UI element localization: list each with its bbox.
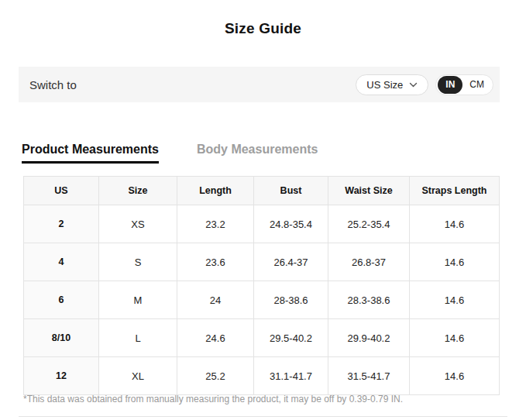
- measurement-tabs: Product Measurements Body Measurements: [22, 143, 318, 164]
- table-cell: 14.6: [410, 205, 500, 243]
- table-cell: 14.6: [410, 281, 500, 319]
- table-cell: 28-38.6: [254, 281, 328, 319]
- switch-bar: Switch to US Size IN CM: [19, 67, 500, 102]
- table-cell: 23.2: [177, 205, 254, 243]
- switch-to-label: Switch to: [29, 78, 77, 91]
- table-row: 4S23.626.4-3726.8-3714.6: [24, 243, 500, 281]
- table-cell: 26.4-37: [254, 243, 328, 281]
- table-cell: 14.6: [410, 357, 500, 395]
- table-row: 2XS23.224.8-35.425.2-35.414.6: [24, 205, 500, 243]
- table-cell: L: [99, 319, 177, 357]
- column-header: Waist Size: [328, 177, 410, 205]
- table-cell: 31.1-41.7: [254, 357, 328, 395]
- table-cell: 8/10: [24, 319, 99, 357]
- table-row: 8/10L24.629.5-40.229.9-40.214.6: [24, 319, 500, 357]
- table-cell: 6: [24, 281, 99, 319]
- table-cell: 29.9-40.2: [328, 319, 410, 357]
- chevron-down-icon: [409, 82, 418, 88]
- tab-body-measurements[interactable]: Body Measurements: [197, 143, 318, 157]
- size-table: USSizeLengthBustWaist SizeStraps Length …: [23, 176, 500, 395]
- unit-option-cm[interactable]: CM: [462, 79, 491, 90]
- table-cell: 12: [24, 357, 99, 395]
- table-cell: XS: [99, 205, 177, 243]
- table-cell: 26.8-37: [328, 243, 410, 281]
- table-cell: 4: [24, 243, 99, 281]
- table-row: 12XL25.231.1-41.731.5-41.714.6: [24, 357, 500, 395]
- table-cell: XL: [99, 357, 177, 395]
- bottom-divider: [19, 416, 507, 417]
- table-cell: 31.5-41.7: [328, 357, 410, 395]
- column-header: Size: [99, 177, 177, 205]
- table-row: 6M2428-38.628.3-38.614.6: [24, 281, 500, 319]
- unit-option-in[interactable]: IN: [438, 76, 462, 94]
- column-header: Straps Length: [410, 177, 500, 205]
- table-cell: 24.6: [177, 319, 254, 357]
- table-cell: 14.6: [410, 243, 500, 281]
- size-system-dropdown[interactable]: US Size: [356, 74, 428, 95]
- column-header: Length: [177, 177, 254, 205]
- switch-controls: US Size IN CM: [356, 74, 493, 95]
- column-header: Bust: [254, 177, 328, 205]
- size-system-selected-value: US Size: [366, 79, 403, 91]
- page-title: Size Guide: [0, 20, 526, 37]
- table-cell: 25.2: [177, 357, 254, 395]
- tab-product-measurements[interactable]: Product Measurements: [22, 143, 159, 164]
- table-cell: 29.5-40.2: [254, 319, 328, 357]
- table-cell: 28.3-38.6: [328, 281, 410, 319]
- table-cell: S: [99, 243, 177, 281]
- table-cell: 23.6: [177, 243, 254, 281]
- table-cell: 24.8-35.4: [254, 205, 328, 243]
- table-cell: 2: [24, 205, 99, 243]
- column-header: US: [24, 177, 99, 205]
- table-cell: 24: [177, 281, 254, 319]
- table-header-row: USSizeLengthBustWaist SizeStraps Length: [24, 177, 500, 205]
- table-cell: 25.2-35.4: [328, 205, 410, 243]
- table-cell: M: [99, 281, 177, 319]
- table-cell: 14.6: [410, 319, 500, 357]
- unit-toggle: IN CM: [435, 74, 493, 95]
- footnote: *This data was obtained from manually me…: [23, 394, 403, 405]
